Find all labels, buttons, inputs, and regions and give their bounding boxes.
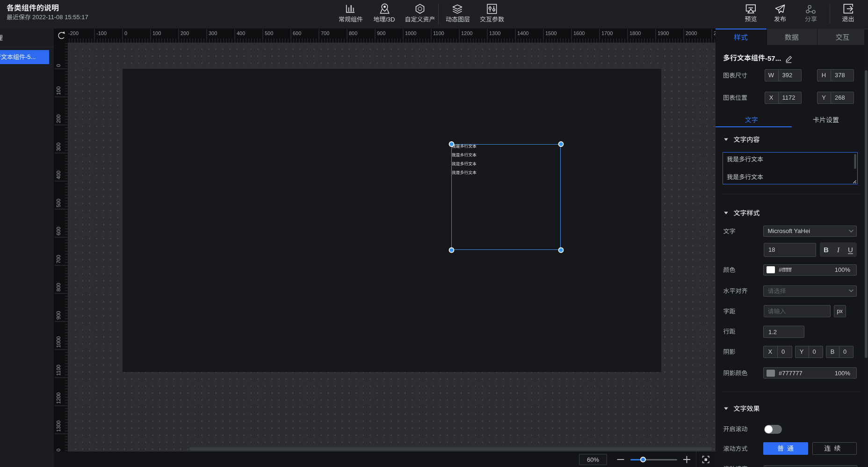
svg-text:0: 0 bbox=[56, 64, 61, 67]
svg-text:400: 400 bbox=[56, 171, 61, 179]
svg-text:100: 100 bbox=[56, 87, 61, 95]
svg-text:700: 700 bbox=[56, 255, 61, 263]
svg-text:800: 800 bbox=[56, 283, 61, 292]
svg-text:1300: 1300 bbox=[489, 30, 500, 36]
svg-text:1500: 1500 bbox=[545, 30, 557, 36]
svg-text:900: 900 bbox=[377, 30, 385, 36]
svg-text:1400: 1400 bbox=[517, 30, 528, 36]
svg-text:1000: 1000 bbox=[405, 30, 416, 36]
svg-text:100: 100 bbox=[152, 30, 161, 36]
svg-text:1700: 1700 bbox=[601, 30, 613, 36]
svg-text:800: 800 bbox=[349, 30, 357, 36]
svg-text:1900: 1900 bbox=[658, 30, 669, 36]
svg-text:300: 300 bbox=[209, 30, 217, 36]
svg-text:0: 0 bbox=[124, 30, 127, 36]
svg-text:200: 200 bbox=[56, 115, 61, 123]
svg-text:400: 400 bbox=[237, 30, 245, 36]
svg-text:1200: 1200 bbox=[56, 393, 61, 404]
svg-text:500: 500 bbox=[56, 199, 61, 207]
svg-text:-100: -100 bbox=[96, 30, 107, 36]
svg-text:300: 300 bbox=[56, 143, 61, 151]
svg-text:600: 600 bbox=[293, 30, 301, 36]
svg-text:1200: 1200 bbox=[461, 30, 472, 36]
svg-text:200: 200 bbox=[181, 30, 189, 36]
svg-text:2000: 2000 bbox=[686, 30, 697, 36]
svg-text:1800: 1800 bbox=[629, 30, 641, 36]
svg-text:600: 600 bbox=[56, 227, 61, 235]
svg-text:1300: 1300 bbox=[56, 421, 61, 432]
svg-text:700: 700 bbox=[321, 30, 329, 36]
svg-text:1100: 1100 bbox=[56, 365, 61, 376]
svg-text:1600: 1600 bbox=[573, 30, 585, 36]
svg-text:900: 900 bbox=[56, 311, 61, 320]
svg-text:500: 500 bbox=[265, 30, 273, 36]
svg-text:1000: 1000 bbox=[56, 336, 61, 348]
svg-text:1100: 1100 bbox=[433, 30, 444, 36]
svg-text:-200: -200 bbox=[68, 30, 79, 36]
